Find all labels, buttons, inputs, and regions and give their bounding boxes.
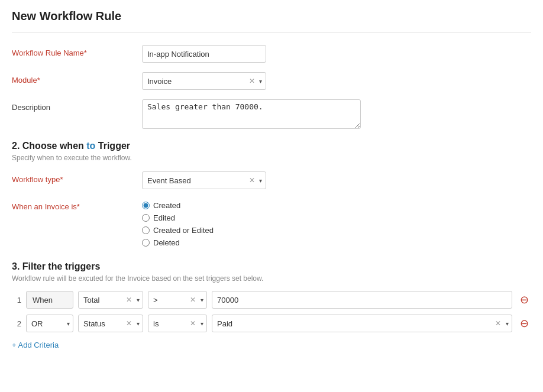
description-label: Description — [12, 99, 142, 112]
radio-item-edited[interactable]: Edited — [142, 213, 214, 222]
description-input[interactable]: Sales greater than 70000. — [142, 99, 361, 129]
criteria-operator-clear-1[interactable]: ✕ — [190, 296, 196, 304]
criteria-field-select-2[interactable]: Status Total Amount — [79, 315, 143, 332]
criteria-row-num-2: 2 — [12, 319, 21, 328]
criteria-operator-clear-2[interactable]: ✕ — [190, 319, 196, 328]
radio-deleted-label: Deleted — [153, 238, 180, 247]
module-select[interactable]: Invoice Sales Contact Lead — [143, 73, 266, 89]
criteria-field-wrap-2[interactable]: Status Total Amount ✕ ▾ — [78, 315, 143, 332]
radio-created-edited-label: Created or Edited — [153, 226, 214, 235]
criteria-field-clear-1[interactable]: ✕ — [126, 296, 132, 304]
workflow-type-row: Workflow type* Event Based Date Based Im… — [12, 171, 531, 189]
criteria-field-select-1[interactable]: Total Status Amount Date — [79, 291, 143, 308]
criteria-field-clear-2[interactable]: ✕ — [126, 319, 132, 328]
rule-name-label: Workflow Rule Name* — [12, 45, 142, 57]
criteria-value-select-2[interactable]: Paid Unpaid Draft — [212, 315, 512, 332]
workflow-type-select[interactable]: Event Based Date Based Immediate — [143, 172, 266, 189]
criteria-operator-wrap-2[interactable]: is is not contains ✕ ▾ — [148, 315, 207, 332]
criteria-value-input-1[interactable] — [212, 291, 512, 309]
section-divider — [12, 33, 531, 33]
criteria-connector-label-1: When — [26, 291, 73, 309]
workflow-type-label: Workflow type* — [12, 171, 142, 184]
radio-deleted[interactable] — [142, 239, 150, 247]
workflow-type-select-wrap[interactable]: Event Based Date Based Immediate ✕ ▾ — [142, 171, 266, 189]
radio-edited[interactable] — [142, 214, 150, 222]
criteria-connector-select-2[interactable]: OR AND — [27, 315, 73, 332]
invoice-trigger-label: When an Invoice is* — [12, 199, 142, 211]
page-title: New Workflow Rule — [12, 9, 531, 23]
radio-item-created-edited[interactable]: Created or Edited — [142, 226, 214, 235]
add-criteria-button[interactable]: + Add Criteria — [12, 341, 59, 349]
rule-name-row: Workflow Rule Name* — [12, 45, 531, 63]
criteria-operator-select-1[interactable]: > < = >= <= — [148, 291, 206, 308]
radio-item-created[interactable]: Created — [142, 201, 214, 210]
radio-created-label: Created — [153, 201, 180, 210]
criteria-value-wrap-2[interactable]: Paid Unpaid Draft ✕ ▾ — [212, 315, 512, 332]
criteria-field-wrap-1[interactable]: Total Status Amount Date ✕ ▾ — [78, 291, 143, 309]
criteria-row-num-1: 1 — [12, 296, 21, 304]
module-row: Module* Invoice Sales Contact Lead ✕ ▾ — [12, 72, 531, 90]
filter-section-title: 3. Filter the triggers — [12, 261, 531, 272]
module-select-wrap[interactable]: Invoice Sales Contact Lead ✕ ▾ — [142, 72, 266, 90]
invoice-trigger-options: Created Edited Created or Edited Deleted — [142, 199, 214, 247]
workflow-type-clear-icon[interactable]: ✕ — [249, 176, 255, 184]
module-clear-icon[interactable]: ✕ — [249, 77, 255, 85]
radio-item-deleted[interactable]: Deleted — [142, 238, 214, 247]
rule-name-input[interactable] — [142, 45, 266, 63]
radio-edited-label: Edited — [153, 213, 175, 222]
filter-section-sub: Workflow rule will be excuted for the In… — [12, 274, 531, 283]
criteria-connector-wrap-2[interactable]: OR AND ▾ — [26, 315, 73, 332]
trigger-section-sub: Specify when to execute the workflow. — [12, 154, 531, 162]
invoice-trigger-row: When an Invoice is* Created Edited Creat… — [12, 199, 531, 247]
description-row: Description Sales greater than 70000. — [12, 99, 531, 129]
trigger-section-title: 2. Choose when to Trigger — [12, 141, 130, 151]
criteria-remove-1[interactable]: ⊖ — [517, 293, 531, 307]
criteria-row-1: 1 When Total Status Amount Date ✕ ▾ > < … — [12, 291, 531, 309]
radio-created[interactable] — [142, 202, 150, 209]
radio-created-edited[interactable] — [142, 226, 150, 234]
criteria-operator-select-2[interactable]: is is not contains — [148, 315, 206, 332]
criteria-operator-wrap-1[interactable]: > < = >= <= ✕ ▾ — [148, 291, 207, 309]
module-label: Module* — [12, 72, 142, 85]
criteria-value-clear-2[interactable]: ✕ — [495, 319, 501, 328]
criteria-remove-2[interactable]: ⊖ — [517, 316, 531, 331]
criteria-row-2: 2 OR AND ▾ Status Total Amount ✕ ▾ is is… — [12, 315, 531, 332]
